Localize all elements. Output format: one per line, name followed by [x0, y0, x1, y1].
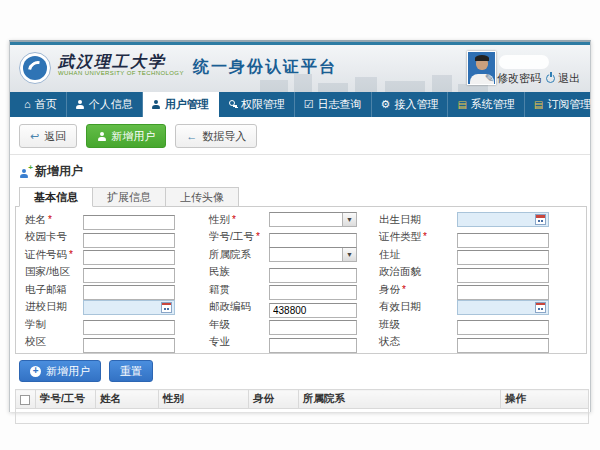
col-identity: 身份 [249, 390, 299, 409]
ethnicity-input[interactable] [269, 268, 357, 283]
name-input[interactable] [83, 215, 175, 230]
nav-item-home[interactable]: 首页 [15, 92, 67, 117]
gear-icon [381, 99, 391, 110]
pencil-icon: ✎ [485, 72, 494, 85]
calendar-icon [535, 214, 546, 225]
university-name-en: WUHAN UNIVERSITY OF TECHNOLOGY [58, 70, 184, 76]
nav-item-personal-info[interactable]: 个人信息 [67, 92, 143, 117]
political-status-input[interactable] [457, 268, 549, 283]
department-select[interactable]: ▼ [269, 247, 357, 262]
user-add-icon [97, 132, 106, 141]
identity-input[interactable] [457, 285, 549, 300]
chevron-down-icon: ▼ [342, 213, 356, 226]
nav-item-log-query[interactable]: 日志查询 [295, 92, 372, 117]
chevron-down-icon: ▼ [342, 248, 356, 261]
back-arrow-icon: ↩ [30, 130, 39, 143]
page-title: 统一身份认证平台 [193, 57, 337, 78]
toolbar: ↩ 返回 新增用户 ← 数据导入 [10, 117, 590, 155]
change-password-link[interactable]: ✎ 修改密码 [485, 71, 541, 86]
form-actions: 新增用户 重置 [19, 360, 590, 382]
add-user-toolbar-button[interactable]: 新增用户 [86, 124, 166, 148]
logout-link[interactable]: 退出 [546, 71, 580, 86]
tab-basic-info[interactable]: 基本信息 [19, 187, 93, 207]
postal-code-input[interactable] [269, 303, 357, 318]
user-add-icon [19, 167, 30, 177]
campus-card-input[interactable] [83, 233, 175, 248]
import-arrow-icon: ← [186, 130, 197, 142]
birth-date-input[interactable] [457, 212, 549, 227]
gender-select[interactable]: ▼ [269, 212, 357, 227]
calendar-icon [161, 302, 172, 313]
id-number-input[interactable] [83, 250, 175, 265]
subscribe-page-icon [534, 100, 543, 110]
university-logo-icon [19, 52, 51, 84]
nav-item-system-management[interactable]: 系统管理 [448, 92, 524, 117]
class-input[interactable] [457, 320, 549, 335]
form-tabs: 基本信息 扩展信息 上传头像 [19, 187, 590, 207]
basic-info-form: 姓名* 性别* ▼ 出生日期* 校园卡号* 学号/工号* 证件类型* 证件号码*… [15, 206, 587, 354]
col-gender: 性别 [159, 390, 249, 409]
nav-item-user-management[interactable]: 用户管理 [143, 92, 219, 117]
grade-input[interactable] [269, 320, 357, 335]
study-length-input[interactable] [83, 320, 175, 335]
content-area: ↩ 返回 新增用户 ← 数据导入 新增用户 基本信息 扩展信息 上传头像 姓名*… [10, 117, 590, 412]
section-title: 新增用户 [19, 163, 590, 180]
country-input[interactable] [83, 268, 175, 283]
enroll-date-input[interactable] [83, 300, 175, 315]
id-type-input[interactable] [457, 233, 549, 248]
plus-circle-icon [30, 366, 41, 377]
status-input[interactable] [457, 338, 549, 353]
nav-item-subscription-management[interactable]: 订阅管理 [525, 92, 600, 117]
main-nav: 首页 个人信息 用户管理 权限管理 日志查询 接入管理 系统管理 订阅管理 [10, 92, 590, 117]
header-highlight-decoration [499, 55, 549, 69]
system-page-icon [457, 100, 466, 110]
student-id-input[interactable] [269, 233, 357, 248]
key-icon [228, 100, 237, 109]
add-user-submit-button[interactable]: 新增用户 [19, 360, 101, 382]
back-button[interactable]: ↩ 返回 [19, 124, 77, 148]
campus-input[interactable] [83, 338, 175, 353]
col-student-id: 学号/工号 [36, 390, 96, 409]
home-icon [24, 99, 31, 110]
address-input[interactable] [457, 250, 549, 265]
user-icon [76, 100, 85, 109]
tab-upload-avatar[interactable]: 上传头像 [166, 187, 239, 207]
calendar-icon [535, 302, 546, 313]
reset-button[interactable]: 重置 [109, 360, 153, 382]
log-check-icon [304, 99, 314, 110]
nav-item-access-management[interactable]: 接入管理 [372, 92, 449, 117]
users-icon [152, 100, 161, 109]
major-input[interactable] [269, 338, 357, 353]
native-place-input[interactable] [269, 285, 357, 300]
data-import-button[interactable]: ← 数据导入 [175, 124, 257, 148]
select-all-checkbox[interactable] [20, 395, 30, 405]
col-name: 姓名 [96, 390, 159, 409]
user-list-table: 学号/工号 姓名 性别 身份 所属院系 操作 [15, 389, 589, 424]
power-icon [546, 74, 555, 83]
empty-table-row [16, 409, 589, 424]
col-department: 所属院系 [299, 390, 501, 409]
table-header-row: 学号/工号 姓名 性别 身份 所属院系 操作 [16, 390, 589, 409]
email-input[interactable] [83, 285, 175, 300]
university-name-cn: 武汉理工大学 [58, 54, 184, 70]
university-name: 武汉理工大学 WUHAN UNIVERSITY OF TECHNOLOGY [58, 54, 184, 76]
header: 武汉理工大学 WUHAN UNIVERSITY OF TECHNOLOGY 统一… [10, 45, 590, 92]
nav-item-permission-management[interactable]: 权限管理 [219, 92, 295, 117]
tab-extended-info[interactable]: 扩展信息 [93, 187, 166, 207]
valid-date-input[interactable] [457, 300, 549, 315]
app-window: 武汉理工大学 WUHAN UNIVERSITY OF TECHNOLOGY 统一… [9, 40, 591, 412]
col-actions: 操作 [501, 390, 589, 409]
